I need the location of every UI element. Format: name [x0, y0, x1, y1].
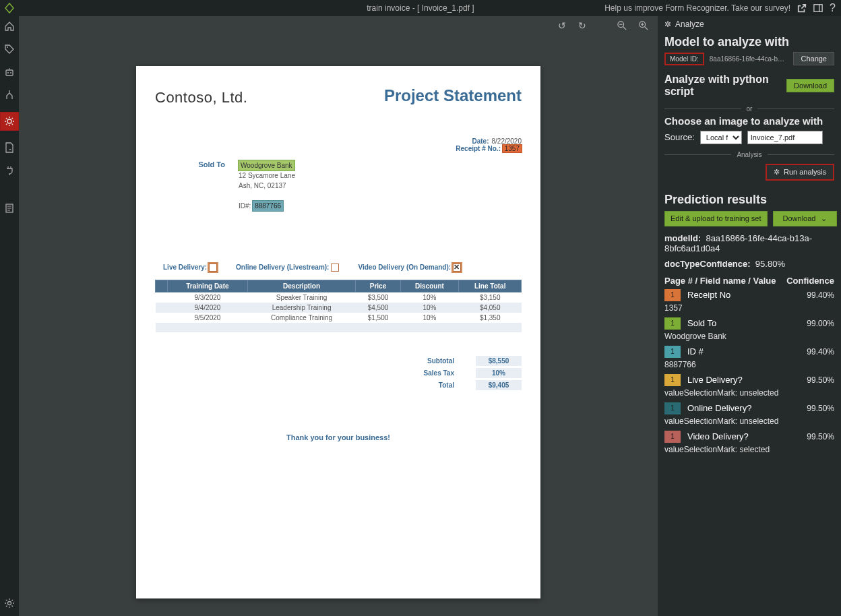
- run-analysis-button[interactable]: ✲Run analysis: [766, 164, 834, 181]
- source-select[interactable]: Local file: [700, 131, 742, 144]
- th-desc: Description: [247, 280, 356, 292]
- prediction-field[interactable]: 1Video Delivery?99.50%valueSelectionMark…: [658, 430, 841, 458]
- field-name: Live Delivery?: [687, 375, 807, 385]
- or-divider: or: [741, 105, 758, 113]
- document-icon[interactable]: [3, 202, 15, 214]
- analyze-panel: ✲Analyze Model to analyze with Model ID:…: [658, 16, 841, 616]
- svg-point-5: [10, 72, 11, 73]
- help-icon[interactable]: ?: [830, 2, 836, 14]
- download-results-button[interactable]: Download⌄: [773, 211, 838, 226]
- prediction-field[interactable]: 1Receipt No99.40%1357: [658, 288, 841, 317]
- chevron-down-icon: ⌄: [821, 214, 827, 223]
- thanks-text: Thank you for your business!: [136, 433, 540, 441]
- svg-line-14: [6, 124, 7, 125]
- script-heading: Analyze with python script: [664, 73, 786, 98]
- survey-link[interactable]: Help us improve Form Recognizer. Take ou…: [604, 3, 790, 13]
- doctype-conf-label: docTypeConfidence:: [664, 259, 751, 269]
- page-chip: 1: [664, 289, 681, 301]
- field-confidence: 99.40%: [807, 347, 834, 357]
- prediction-field[interactable]: 1ID #99.40%8887766: [658, 345, 841, 373]
- page-chip: 1: [664, 346, 681, 358]
- svg-rect-0: [814, 5, 822, 12]
- zoom-out-icon[interactable]: [617, 21, 627, 30]
- prediction-field[interactable]: 1Sold To99.00%Woodgrove Bank: [658, 317, 841, 345]
- undo-icon[interactable]: ↺: [558, 20, 566, 31]
- window-title: train invoice - [ Invoice_1.pdf ]: [367, 3, 474, 13]
- viewer-toolbar: ↺ ↻: [19, 16, 658, 35]
- items-table: Training DateDescriptionPriceDiscountLin…: [155, 280, 522, 332]
- online-label: Online Delivery (Livestream):: [236, 264, 329, 271]
- date-label: Date:: [472, 137, 489, 145]
- field-confidence: 99.50%: [807, 404, 834, 413]
- analyze-icon[interactable]: [0, 112, 19, 131]
- modelid-value: 8aa16866-16fe-44ca-b13a-8bfc6a...: [710, 55, 788, 63]
- video-label: Video Delivery (On Demand):: [358, 264, 451, 271]
- fields-header-right: Confidence: [786, 276, 834, 286]
- table-row: 9/5/2020Compliance Training$1,50010%$1,3…: [156, 313, 522, 323]
- prediction-field[interactable]: 1Online Delivery?99.50%valueSelectionMar…: [658, 402, 841, 430]
- source-file-input[interactable]: [747, 131, 823, 144]
- soldto-bank: Woodgrove Bank: [239, 160, 294, 171]
- field-value: 1357: [664, 302, 834, 315]
- field-value: valueSelectionMark: unselected: [664, 415, 834, 429]
- soldto-addr1: 12 Sycamore Lane: [239, 172, 295, 179]
- svg-point-7: [7, 119, 11, 123]
- svg-line-12: [6, 118, 7, 119]
- field-name: Receipt No: [687, 290, 807, 300]
- doctype-conf-value: 95.80%: [755, 259, 785, 269]
- online-checkbox: [331, 264, 339, 272]
- soldto-label: Sold To: [190, 160, 225, 211]
- app-topbar: train invoice - [ Invoice_1.pdf ] Help u…: [0, 0, 841, 16]
- total-label: Total: [414, 381, 454, 389]
- edit-upload-button[interactable]: Edit & upload to training set: [664, 211, 768, 226]
- subtotal-label: Subtotal: [414, 357, 454, 365]
- app-logo: [0, 3, 19, 13]
- download-script-button[interactable]: Download: [786, 79, 834, 92]
- field-confidence: 99.50%: [807, 432, 834, 441]
- field-name: Sold To: [687, 318, 807, 328]
- field-confidence: 99.40%: [807, 290, 834, 300]
- field-confidence: 99.50%: [807, 375, 834, 385]
- panel-icon[interactable]: [813, 3, 823, 13]
- svg-point-2: [7, 47, 8, 48]
- svg-line-15: [12, 118, 13, 119]
- plug-icon[interactable]: [3, 164, 15, 177]
- svg-point-20: [8, 602, 11, 605]
- settings-icon[interactable]: [3, 597, 15, 609]
- share-icon[interactable]: [797, 3, 807, 13]
- th-total: Line Total: [459, 280, 522, 292]
- home-icon[interactable]: [3, 20, 15, 32]
- file-icon[interactable]: [3, 142, 15, 154]
- receipt-value: 1357: [503, 145, 522, 152]
- total-value: $9,405: [476, 380, 522, 390]
- zoom-in-icon[interactable]: [639, 21, 648, 30]
- prediction-field[interactable]: 1Live Delivery?99.50%valueSelectionMark:…: [658, 373, 841, 402]
- id-label: ID#:: [239, 202, 251, 210]
- table-row: 9/3/2020Speaker Training$3,50010%$3,150: [156, 292, 522, 303]
- field-name: ID #: [687, 346, 807, 357]
- svg-point-4: [7, 72, 9, 73]
- tag-icon[interactable]: [3, 43, 15, 55]
- field-name: Video Delivery?: [687, 431, 807, 441]
- live-checkbox: [209, 264, 217, 272]
- svg-line-13: [12, 124, 13, 125]
- fields-header-left: Page # / Field name / Value: [664, 276, 776, 286]
- th-date: Training Date: [168, 280, 248, 292]
- subtotal-value: $8,550: [476, 356, 522, 366]
- soldto-addr2: Ash, NC, 02137: [239, 182, 286, 189]
- field-value: Woodgrove Bank: [664, 330, 834, 344]
- field-name: Online Delivery?: [687, 403, 807, 413]
- analysis-divider: Analysis: [731, 151, 767, 158]
- date-value: 8/22/2020: [492, 137, 522, 145]
- model-heading: Model to analyze with: [658, 32, 841, 51]
- robot-icon[interactable]: [3, 66, 15, 78]
- merge-icon[interactable]: [3, 89, 15, 101]
- tax-label: Sales Tax: [414, 369, 454, 377]
- redo-icon[interactable]: ↻: [578, 20, 586, 31]
- document-viewer: ↺ ↻ Contoso, Ltd. Project Statement Date…: [19, 16, 658, 616]
- table-row: 9/4/2020Leadership Training$4,50010%$4,0…: [156, 303, 522, 313]
- change-button[interactable]: Change: [793, 52, 834, 65]
- page-chip: 1: [664, 374, 681, 386]
- video-checkbox: [453, 264, 461, 272]
- receipt-label: Receipt # No.:: [456, 145, 501, 152]
